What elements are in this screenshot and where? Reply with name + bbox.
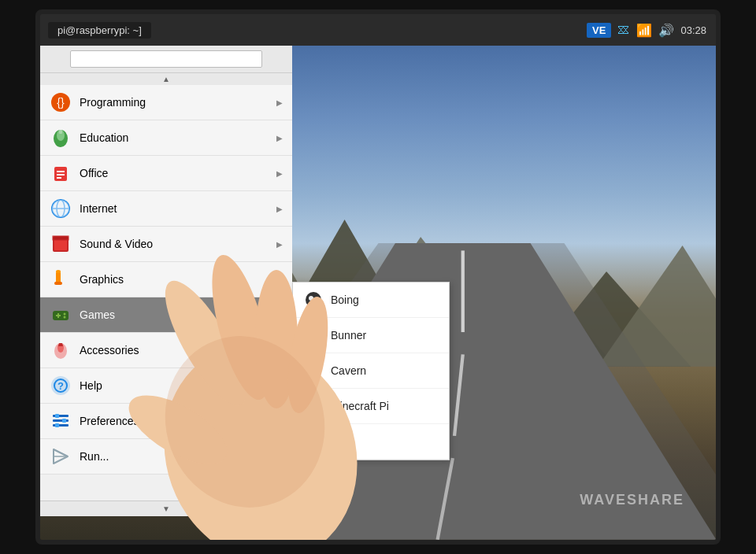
- submenu-item-boing[interactable]: Boing: [293, 283, 449, 318]
- svg-text:{}: {}: [57, 96, 65, 109]
- svg-line-50: [54, 449, 68, 456]
- accessories-arrow: ▶: [276, 346, 283, 355]
- svg-point-54: [309, 329, 313, 335]
- soundvideo-label: Sound & Video: [80, 238, 276, 250]
- svg-rect-15: [59, 130, 62, 134]
- minecraft-label: Minecraft Pi: [331, 400, 389, 412]
- svg-point-52: [309, 296, 313, 301]
- games-arrow: ▶: [276, 311, 283, 319]
- bluetooth-icon: ⯴: [617, 23, 630, 37]
- svg-point-51: [306, 292, 321, 308]
- myitem-label: My...: [331, 435, 354, 448]
- menu-item-run[interactable]: Run...: [40, 439, 292, 475]
- programming-arrow: ▶: [276, 98, 283, 107]
- minecraft-icon: [304, 397, 323, 416]
- menu-item-office[interactable]: Office ▶: [40, 156, 292, 191]
- menu-item-education[interactable]: Education ▶: [40, 120, 292, 156]
- svg-point-55: [314, 329, 317, 335]
- svg-rect-29: [54, 282, 62, 285]
- office-icon: [50, 162, 72, 184]
- programming-label: Programming: [80, 96, 276, 109]
- bunner-icon: [304, 326, 323, 345]
- menu-item-graphics[interactable]: Graphics ▶: [40, 262, 292, 297]
- svg-marker-38: [58, 343, 63, 346]
- submenu-item-bunner[interactable]: Bunner: [293, 318, 449, 353]
- svg-rect-45: [55, 414, 59, 418]
- preferences-arrow: ▶: [276, 417, 283, 426]
- run-icon: [50, 445, 72, 467]
- submenu-item-myitem[interactable]: My...: [293, 424, 449, 460]
- scroll-down-arrow[interactable]: ▼: [40, 500, 292, 516]
- cavern-icon: [304, 361, 323, 380]
- svg-point-23: [52, 200, 69, 217]
- graphics-label: Graphics: [80, 273, 276, 286]
- bunner-label: Bunner: [331, 329, 366, 342]
- soundvideo-arrow: ▶: [276, 240, 283, 249]
- programming-icon: {}: [50, 91, 72, 113]
- office-arrow: ▶: [276, 169, 283, 178]
- wifi-icon: 📶: [636, 23, 652, 38]
- svg-text:?: ?: [57, 380, 64, 392]
- games-icon: [50, 304, 72, 326]
- boing-label: Boing: [331, 294, 359, 306]
- menu-item-soundvideo[interactable]: Sound & Video ▶: [40, 227, 292, 262]
- taskbar: pi@raspberrypi: ~] VE ⯴ 📶 🔊 03:28: [40, 14, 716, 46]
- svg-rect-18: [57, 174, 65, 175]
- office-label: Office: [80, 167, 276, 179]
- svg-point-61: [311, 368, 313, 370]
- help-label: Help: [80, 379, 283, 392]
- svg-rect-26: [53, 236, 69, 240]
- menu-item-help[interactable]: ? Help: [40, 368, 292, 404]
- menu-item-preferences[interactable]: Preferences ▶: [40, 404, 292, 439]
- accessories-label: Accessories: [80, 344, 276, 356]
- clock: 03:28: [680, 24, 706, 36]
- svg-rect-33: [56, 315, 61, 316]
- svg-rect-67: [314, 407, 318, 411]
- submenu-item-cavern[interactable]: Cavern: [293, 353, 449, 389]
- search-input[interactable]: [70, 50, 261, 68]
- soundvideo-icon: [50, 233, 72, 255]
- education-label: Education: [80, 131, 276, 144]
- menu-item-games[interactable]: Games ▶: [40, 297, 292, 333]
- games-submenu: Boing Bunner Cavern Minecraft Pi: [292, 282, 450, 460]
- graphics-arrow: ▶: [276, 275, 283, 284]
- games-label: Games: [80, 308, 276, 321]
- internet-label: Internet: [80, 202, 276, 215]
- svg-rect-47: [55, 423, 59, 427]
- accessories-icon: [50, 339, 72, 361]
- myitem-icon: [304, 432, 323, 451]
- menu-item-accessories[interactable]: Accessories ▶: [40, 333, 292, 368]
- graphics-icon: [50, 268, 72, 290]
- submenu-item-minecraft[interactable]: Minecraft Pi: [293, 389, 449, 424]
- svg-point-35: [64, 316, 66, 319]
- education-arrow: ▶: [276, 134, 283, 142]
- svg-rect-19: [57, 177, 61, 179]
- svg-rect-66: [309, 407, 313, 411]
- svg-rect-65: [314, 401, 318, 405]
- svg-rect-64: [309, 401, 313, 405]
- screen: pi@raspberrypi: ~] VE ⯴ 📶 🔊 03:28: [35, 9, 721, 545]
- svg-point-56: [310, 335, 317, 340]
- taskbar-right: VE ⯴ 📶 🔊 03:28: [587, 23, 716, 38]
- taskbar-left: pi@raspberrypi: ~]: [40, 22, 587, 39]
- preferences-label: Preferences: [80, 415, 276, 427]
- svg-rect-68: [306, 434, 321, 449]
- terminal-label[interactable]: pi@raspberrypi: ~]: [48, 22, 151, 39]
- svg-point-30: [56, 270, 61, 273]
- help-icon: ?: [50, 375, 72, 397]
- menu-item-programming[interactable]: {} Programming ▶: [40, 85, 292, 120]
- scroll-up-arrow[interactable]: ▲: [40, 73, 292, 85]
- preferences-icon: [50, 410, 72, 432]
- ve-badge: VE: [587, 23, 611, 38]
- volume-icon: 🔊: [658, 23, 674, 38]
- watermark: WAVESHARE: [580, 492, 684, 508]
- cavern-label: Cavern: [331, 364, 366, 377]
- menu-item-internet[interactable]: Internet ▶: [40, 191, 292, 227]
- svg-rect-17: [57, 171, 65, 172]
- education-icon: [50, 127, 72, 149]
- menu-search-bar: [40, 46, 292, 73]
- menu-items-list: {} Programming ▶ Education ▶ Office ▶: [40, 85, 292, 500]
- internet-icon: [50, 198, 72, 220]
- svg-rect-46: [62, 419, 66, 423]
- run-label: Run...: [80, 450, 283, 463]
